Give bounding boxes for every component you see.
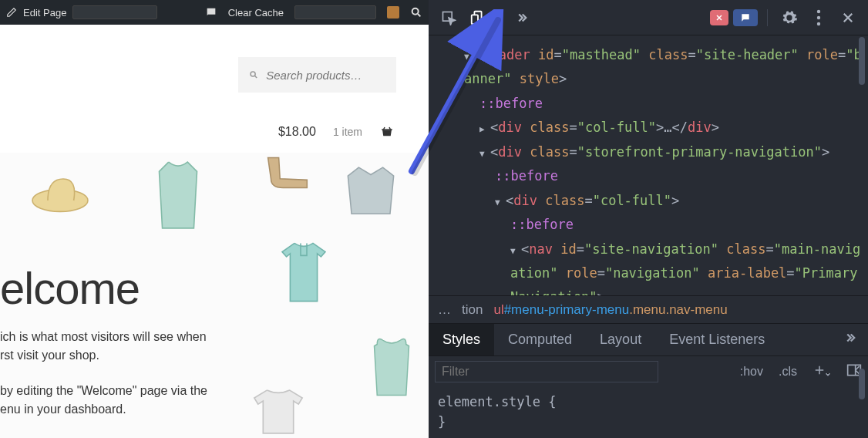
site-header: $18.00 1 item	[0, 25, 429, 153]
cart-item-count: 1 item	[333, 126, 362, 138]
styles-rules[interactable]: element.style { }	[429, 386, 868, 438]
svg-point-8	[817, 9, 820, 12]
svg-rect-7	[744, 17, 747, 18]
clear-cache-link[interactable]: Clear Cache	[228, 7, 284, 19]
styles-tab-bar: Styles Computed Layout Event Listeners	[429, 323, 868, 355]
search-icon[interactable]	[410, 6, 422, 19]
hero-paragraph-2: by editing the "Welcome" page via the en…	[0, 382, 207, 419]
svg-point-9	[817, 15, 820, 19]
website-preview-panel: Edit Page Clear Cache $18.00 1 item	[0, 0, 429, 438]
tab-styles[interactable]: Styles	[429, 324, 494, 355]
tab-computed[interactable]: Computed	[494, 324, 586, 355]
elements-dom-tree[interactable]: ▼<header id="masthead" class="site-heade…	[429, 35, 868, 295]
page-title: elcome	[0, 262, 207, 314]
inspect-element-button[interactable]	[436, 5, 461, 30]
basket-icon	[379, 125, 395, 139]
scrollbar-thumb[interactable]	[859, 37, 865, 85]
tshirt-illustration	[247, 384, 310, 438]
hero-paragraph-1: ich is what most visitors will see when …	[0, 328, 207, 365]
wp-admin-bar: Edit Page Clear Cache	[0, 0, 429, 25]
hov-toggle[interactable]: :hov	[740, 365, 763, 379]
breadcrumb-ellipsis: …	[438, 302, 451, 318]
edit-page-link[interactable]: Edit Page	[23, 7, 66, 19]
styles-filter-input[interactable]	[435, 361, 658, 382]
new-style-button[interactable]	[812, 363, 831, 380]
svg-rect-6	[744, 15, 748, 16]
edit-icon	[6, 7, 17, 18]
product-search-box[interactable]	[238, 57, 396, 93]
more-tabs-icon[interactable]	[833, 331, 868, 349]
breadcrumb-selected[interactable]: ul#menu-primary-menu.menu.nav-menu	[493, 302, 727, 318]
search-input[interactable]	[266, 69, 385, 82]
shirt-illustration	[146, 156, 210, 231]
error-badge[interactable]	[710, 10, 728, 25]
comment-icon[interactable]	[205, 6, 217, 19]
svg-point-1	[251, 72, 255, 76]
search-icon	[249, 69, 258, 80]
admin-input-2[interactable]	[294, 5, 376, 19]
boot-illustration	[256, 154, 316, 191]
svg-rect-5	[472, 15, 478, 24]
elements-breadcrumb[interactable]: … tion ul#menu-primary-menu.menu.nav-men…	[429, 295, 868, 323]
hero-text-block: elcome ich is what most visitors will se…	[0, 262, 207, 419]
more-tabs-button[interactable]	[510, 5, 534, 30]
cart-summary[interactable]: $18.00 1 item	[278, 105, 396, 139]
devtools-toolbar	[429, 0, 868, 35]
issues-badge[interactable]	[733, 9, 758, 26]
kebab-menu-button[interactable]	[806, 5, 831, 30]
devtools-panel: ▼<header id="masthead" class="site-heade…	[429, 0, 868, 438]
hoodie-illustration	[368, 332, 415, 401]
scrollbar-thumb[interactable]	[859, 369, 865, 399]
hat-illustration	[28, 167, 93, 216]
hero-section: elcome ich is what most visitors will se…	[0, 153, 429, 438]
svg-point-0	[412, 8, 419, 15]
avatar[interactable]	[387, 6, 399, 19]
tab-layout[interactable]: Layout	[586, 324, 655, 355]
styles-filter-row: :hov .cls	[429, 355, 868, 386]
jacket-illustration	[341, 162, 401, 217]
admin-input[interactable]	[72, 5, 157, 19]
tab-event-listeners[interactable]: Event Listeners	[655, 324, 779, 355]
cart-price: $18.00	[278, 125, 316, 139]
svg-point-10	[817, 22, 820, 25]
settings-button[interactable]	[777, 5, 802, 30]
polo-illustration	[273, 238, 335, 307]
cls-toggle[interactable]: .cls	[779, 365, 797, 379]
device-toggle-button[interactable]	[466, 5, 490, 30]
close-devtools-button[interactable]	[836, 5, 860, 30]
breadcrumb-truncated[interactable]: tion	[462, 302, 483, 318]
